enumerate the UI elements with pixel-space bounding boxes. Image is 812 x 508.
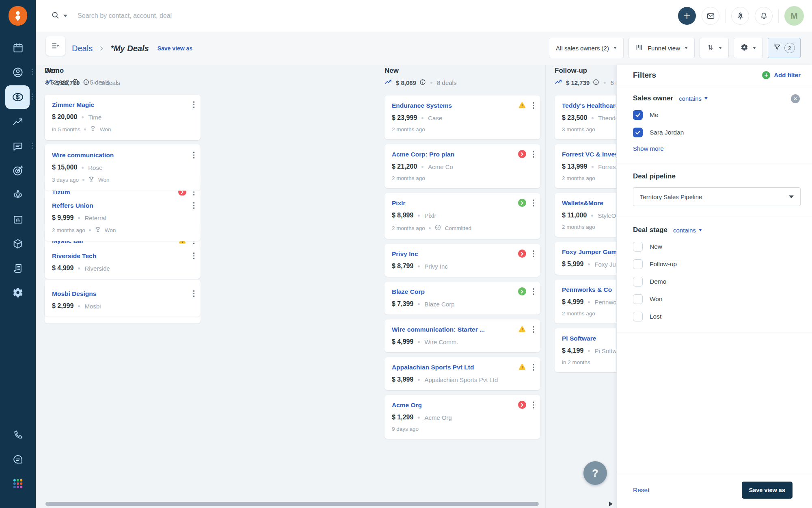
breadcrumb-deals-link[interactable]: Deals [72,44,93,53]
freshworks-logo-icon[interactable] [8,6,28,26]
sidebar-item-analytics[interactable] [9,113,27,131]
show-more-link[interactable]: Show more [633,145,664,152]
search-scope-caret-icon[interactable] [63,15,67,17]
kebab-menu-icon[interactable] [532,401,536,409]
info-icon[interactable] [72,78,79,86]
deal-card[interactable]: Acme Corp: Pro plan$ 21,200Acme Co2 mont… [384,144,540,188]
deal-card[interactable]: Zimmer Magic$ 20,000Timein 5 monthsWon [45,95,201,140]
deal-name-link[interactable]: Acme Corp: Pro plan [392,150,510,158]
sales-owner-option-me[interactable]: Me [633,110,801,120]
view-mode-dropdown[interactable]: Funnel view [628,38,695,58]
save-view-as-link[interactable]: Save view as [158,45,192,52]
deal-name-link[interactable]: Reffers Union [52,202,170,210]
checkbox-unchecked-icon[interactable] [633,259,643,269]
search-icon[interactable] [51,11,60,21]
sales-owner-operator-dropdown[interactable]: contains [679,95,708,102]
deal-stage-option-follow-up[interactable]: Follow-up [633,259,801,269]
kebab-menu-icon[interactable] [532,325,536,334]
deal-card[interactable]: Acme Org$ 1,299Acme Org9 days ago [384,395,540,439]
add-filter-button[interactable]: + Add filter [762,71,801,79]
checkbox-unchecked-icon[interactable] [633,242,643,252]
notifications-button[interactable] [755,7,773,25]
sidebar-item-calendar[interactable] [9,39,27,56]
filters-toggle-button[interactable]: 2 [768,38,801,58]
deal-name-link[interactable]: Appalachian Sports Pvt Ltd [392,363,510,371]
kebab-menu-icon[interactable] [192,151,196,159]
sales-owners-dropdown[interactable]: All sales owners (2) [549,38,624,58]
kebab-menu-icon[interactable] [192,100,196,109]
deal-name-link[interactable]: Mosbi Designs [52,290,170,298]
user-avatar[interactable]: M [784,6,804,26]
sidebar-item-contacts[interactable] [9,63,27,81]
sidebar-item-phone[interactable] [9,426,27,444]
sidebar-item-chat[interactable] [9,450,27,468]
sidebar-item-deals[interactable] [9,88,27,106]
deal-card[interactable]: Wire communication$ 15,000Rose3 days ago… [45,145,201,191]
search-input[interactable] [77,12,338,20]
deal-name-link[interactable]: Endurance Systems [392,102,510,110]
sidebar-item-reports[interactable] [9,211,27,228]
deal-card[interactable]: Blaze Corp$ 7,399Blaze Corp [384,282,540,315]
deal-stage-option-won[interactable]: Won [633,294,801,304]
deal-name-link[interactable]: Wire communication [52,151,170,159]
sidebar-item-settings[interactable] [9,284,27,302]
checkbox-unchecked-icon[interactable] [633,312,643,321]
kebab-menu-icon[interactable] [532,199,536,207]
sales-owner-option-sara-jordan[interactable]: Sara Jordan [633,128,801,137]
quick-add-button[interactable] [678,7,696,25]
deal-stage-option-new[interactable]: New [633,242,801,252]
deal-name-link[interactable]: Pixlr [392,199,510,207]
scroll-right-arrow-icon[interactable] [609,501,613,506]
contacts-menu-dots-icon[interactable] [32,69,33,75]
save-view-as-button[interactable]: Save view as [742,482,793,499]
deals-menu-dots-icon[interactable] [32,93,33,100]
info-icon[interactable] [593,79,599,87]
deal-card[interactable]: Mosbi Designs$ 2,999Mosbi [45,284,201,317]
kebab-menu-icon[interactable] [192,252,196,260]
sidebar-item-apps-grid[interactable] [9,475,27,493]
deal-name-link[interactable]: Privy Inc [392,250,510,258]
reset-filters-link[interactable]: Reset [633,486,650,494]
deal-card[interactable]: Appalachian Sports Pvt Ltd$ 3,999Appalac… [384,357,540,390]
deal-name-link[interactable]: Zimmer Magic [52,101,170,109]
deal-card[interactable]: Reffers Union$ 9,999Referral2 months ago… [45,195,201,241]
checkbox-checked-icon[interactable] [633,128,643,137]
sidebar-item-goals[interactable] [9,162,27,180]
kebab-menu-icon[interactable] [532,101,536,110]
deal-card[interactable]: Endurance Systems$ 23,999Case2 months ag… [384,96,540,139]
kebab-menu-icon[interactable] [532,250,536,258]
deal-name-link[interactable]: Riverside Tech [52,252,170,260]
sidebar-item-bot[interactable] [9,186,27,204]
deal-card[interactable]: Privy Inc$ 8,799Privy Inc [384,244,540,277]
global-search[interactable] [51,0,338,32]
deal-name-link[interactable]: Blaze Corp [392,288,510,296]
checkbox-unchecked-icon[interactable] [633,277,643,287]
conversations-menu-dots-icon[interactable] [32,143,33,149]
kebab-menu-icon[interactable] [192,201,196,210]
help-button[interactable]: ? [583,461,607,485]
deal-card[interactable]: Wire communication: Starter ...$ 4,999Wi… [384,319,540,352]
remove-filter-close-icon[interactable]: ✕ [791,94,800,103]
view-switcher-button[interactable] [46,36,65,56]
checkbox-unchecked-icon[interactable] [633,294,643,304]
settings-dropdown[interactable] [734,38,763,58]
sidebar-item-documents[interactable] [9,259,27,277]
sort-dropdown[interactable] [700,38,729,58]
deal-pipeline-select[interactable]: Territory Sales Pipeline [633,187,801,206]
deal-card[interactable]: Pixlr$ 8,999Pixlr2 months agoCommitted [384,193,540,239]
deal-stage-operator-dropdown[interactable]: contains [673,227,702,234]
email-button[interactable] [702,7,719,25]
rocket-button[interactable] [731,7,749,25]
sidebar-item-products[interactable] [9,235,27,253]
deal-card[interactable]: Riverside Tech$ 4,999Riverside [45,246,201,279]
kebab-menu-icon[interactable] [532,363,536,371]
horizontal-scrollbar[interactable] [45,502,539,506]
kebab-menu-icon[interactable] [192,289,196,298]
deal-stage-option-lost[interactable]: Lost [633,312,801,321]
deal-stage-option-demo[interactable]: Demo [633,277,801,287]
deal-name-link[interactable]: Wire communication: Starter ... [392,326,510,334]
checkbox-checked-icon[interactable] [633,110,643,120]
sidebar-item-conversations[interactable] [9,137,27,155]
kebab-menu-icon[interactable] [532,150,536,158]
deal-name-link[interactable]: Acme Org [392,401,510,409]
